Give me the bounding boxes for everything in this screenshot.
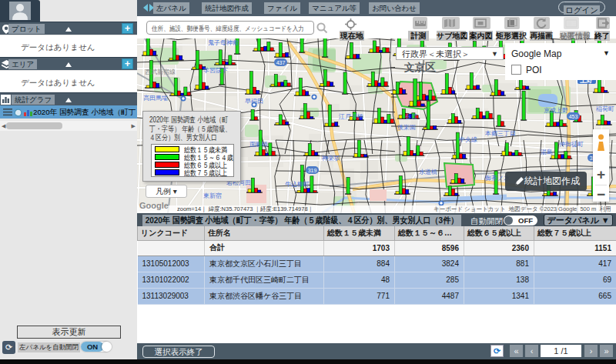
svg-text:東新宿: 東新宿	[203, 192, 222, 199]
svg-text:水道橋: 水道橋	[419, 169, 437, 175]
svg-text:春日: 春日	[405, 113, 417, 120]
svg-text:京成上野: 京成上野	[544, 107, 568, 114]
svg-text:面影橋: 面影橋	[249, 141, 268, 148]
svg-text:後楽園: 後楽園	[397, 124, 416, 131]
svg-text:神楽坂: 神楽坂	[321, 155, 340, 162]
svg-text:453: 453	[569, 114, 578, 119]
svg-text:湯島: 湯島	[541, 149, 553, 155]
svg-text:鬼子母神前: 鬼子母神前	[208, 39, 239, 46]
svg-text:学習院下: 学習院下	[203, 67, 228, 74]
svg-text:江戸川橋: 江戸川橋	[338, 113, 363, 120]
svg-text:牛込柳町: 牛込柳町	[285, 181, 310, 188]
svg-text:西武新宿線: 西武新宿線	[145, 68, 176, 75]
svg-text:高田馬場: 高田馬場	[143, 95, 168, 102]
svg-text:中央線: 中央線	[459, 136, 477, 143]
svg-text:437: 437	[276, 60, 286, 65]
svg-text:仲御徒町: 仲御徒町	[559, 141, 584, 148]
svg-text:文京区: 文京区	[403, 62, 436, 73]
svg-text:本郷三丁目: 本郷三丁目	[484, 130, 516, 137]
svg-text:稲荷町: 稲荷町	[596, 105, 614, 112]
svg-text:319: 319	[308, 168, 317, 173]
